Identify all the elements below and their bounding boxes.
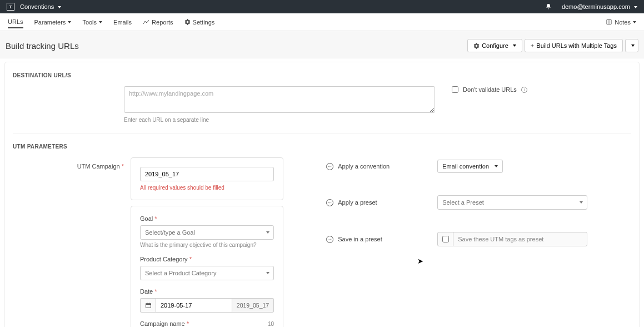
chevron-down-icon	[634, 6, 637, 8]
campaign-card: All required values should be filled	[131, 157, 283, 200]
build-multi-button[interactable]: + Build URLs with Multiple Tags	[525, 39, 623, 52]
preset-select[interactable]	[437, 195, 587, 210]
destination-hint: Enter each URL on a separate line	[124, 117, 435, 123]
chevron-down-icon	[68, 21, 71, 23]
chevron-down-icon	[631, 44, 635, 47]
goal-select[interactable]	[140, 225, 274, 240]
user-menu[interactable]: demo@terminusapp.com	[562, 3, 637, 10]
goal-hint: What is the primary objective of this ca…	[140, 242, 274, 248]
tab-notes-label: Notes	[615, 19, 631, 26]
svg-rect-1	[146, 304, 151, 308]
chevron-down-icon	[99, 21, 102, 23]
convention-value: Email convention	[442, 163, 489, 170]
dont-validate-label: Don't validate URLs	[463, 86, 517, 93]
notification-bell-icon[interactable]	[545, 3, 552, 10]
utm-heading: UTM PARAMETERS	[13, 143, 631, 150]
chevron-down-icon	[513, 44, 516, 47]
apply-preset-label: Apply a preset	[338, 199, 377, 206]
date-input[interactable]	[156, 298, 232, 313]
user-email: demo@terminusapp.com	[562, 3, 630, 10]
chevron-down-icon	[633, 21, 636, 23]
build-multi-caret-button[interactable]	[625, 39, 638, 52]
goal-label: Goal *	[140, 215, 274, 222]
build-multi-label: Build URLs with Multiple Tags	[536, 42, 617, 49]
convention-select[interactable]: Email convention	[437, 160, 503, 173]
apply-convention-label: Apply a convention	[338, 163, 390, 170]
brand-label: Conventions	[20, 3, 54, 10]
info-icon[interactable]: i	[521, 87, 527, 93]
tab-urls[interactable]: URLs	[8, 18, 23, 28]
page-header: Build tracking URLs Configure + Build UR…	[0, 31, 644, 58]
configure-button[interactable]: Configure	[467, 39, 522, 52]
chevron-down-icon	[495, 165, 498, 167]
dont-validate-checkbox[interactable]	[452, 86, 458, 93]
tab-emails[interactable]: Emails	[113, 19, 132, 26]
save-preset-checkbox[interactable]	[442, 236, 449, 242]
tab-tools-label: Tools	[82, 19, 97, 26]
date-formatted: 2019_05_17	[232, 298, 274, 313]
topbar: T Conventions demo@terminusapp.com	[0, 0, 644, 13]
logo-icon: T	[7, 3, 14, 11]
tab-reports[interactable]: Reports	[143, 19, 173, 26]
utm-campaign-label: UTM Campaign *	[77, 163, 124, 170]
save-preset-label: Save in a preset	[338, 236, 382, 242]
campaign-name-counter: 10	[268, 321, 274, 327]
menubar: URLs Parameters Tools Emails Reports Set…	[0, 13, 644, 31]
tab-parameters[interactable]: Parameters	[34, 19, 72, 26]
campaign-error: All required values should be filled	[140, 185, 274, 191]
destination-url-input[interactable]	[124, 86, 435, 113]
tab-settings-label: Settings	[193, 19, 215, 26]
tab-reports-label: Reports	[152, 19, 173, 26]
date-label: Date *	[140, 288, 274, 295]
product-category-label: Product Category *	[140, 256, 274, 262]
campaign-name-label: Campaign name *	[140, 320, 189, 327]
campaign-details-card: Goal * What is the primary objective of …	[131, 206, 283, 327]
tab-tools[interactable]: Tools	[82, 19, 102, 26]
save-preset-placeholder: Save these UTM tags as preset	[453, 236, 548, 242]
page-title: Build tracking URLs	[6, 41, 79, 51]
arrow-right-circle-icon: →	[326, 236, 333, 243]
utm-campaign-input[interactable]	[140, 167, 274, 181]
configure-label: Configure	[482, 42, 508, 49]
save-preset-toggle[interactable]: Save these UTM tags as preset	[437, 232, 587, 246]
plus-icon: +	[531, 42, 534, 49]
product-category-select[interactable]	[140, 266, 274, 280]
brand-dropdown[interactable]: Conventions	[20, 3, 61, 10]
arrow-left-circle-icon: ←	[326, 163, 333, 170]
tab-parameters-label: Parameters	[34, 19, 66, 26]
calendar-icon[interactable]	[140, 298, 156, 313]
tab-settings[interactable]: Settings	[184, 19, 215, 26]
arrow-left-circle-icon: ←	[326, 199, 333, 206]
main-panel: DESTINATION URL/S Enter each URL on a se…	[4, 62, 640, 327]
destination-heading: DESTINATION URL/S	[13, 72, 631, 78]
chevron-down-icon	[58, 6, 61, 8]
tab-notes[interactable]: Notes	[606, 19, 636, 26]
